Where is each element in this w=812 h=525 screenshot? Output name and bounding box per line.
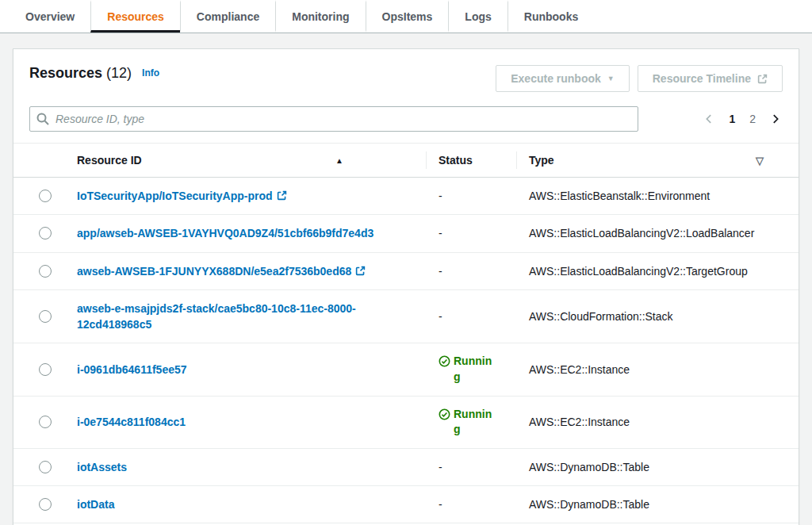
resource-link[interactable]: awseb-e-msajpjds2f-stack/cae5bc80-10c8-1…	[77, 301, 410, 333]
resource-id-header-label: Resource ID	[77, 154, 142, 167]
status-value: -	[439, 310, 442, 323]
row-radio[interactable]	[39, 310, 52, 323]
status-badge: Running	[439, 407, 511, 438]
tab-opsitems[interactable]: OpsItems	[366, 0, 449, 33]
type-value: AWS::ElasticLoadBalancingV2::TargetGroup	[529, 265, 748, 278]
table-row: iotAssets - AWS::DynamoDB::Table	[13, 449, 799, 486]
type-value: AWS::EC2::Instance	[529, 416, 630, 428]
tab-compliance[interactable]: Compliance	[180, 0, 275, 33]
next-page-button[interactable]	[768, 112, 783, 126]
type-header-label: Type	[529, 154, 554, 167]
resource-id-text: awseb-e-msajpjds2f-stack/cae5bc80-10c8-1…	[77, 301, 410, 333]
main-content: Resources (12) Info Execute runbook ▼ Re…	[0, 33, 812, 525]
tab-logs[interactable]: Logs	[448, 0, 507, 33]
resource-link[interactable]: i-0e7544c811f084cc1	[77, 414, 186, 430]
page-title: Resources (12) Info	[29, 65, 159, 82]
panel-header: Resources (12) Info Execute runbook ▼ Re…	[13, 49, 799, 100]
type-value: AWS::EC2::Instance	[529, 363, 630, 376]
status-value: -	[439, 498, 442, 511]
resource-timeline-button[interactable]: Resource Timeline	[638, 65, 783, 92]
page-2-button[interactable]: 2	[748, 111, 757, 127]
status-value: -	[439, 461, 442, 473]
external-link-icon	[277, 188, 287, 204]
pagination: 1 2	[702, 111, 783, 127]
resource-link[interactable]: iotData	[77, 496, 114, 512]
type-value: AWS::ElasticLoadBalancingV2::LoadBalance…	[529, 227, 754, 240]
resource-link[interactable]: iotAssets	[77, 459, 127, 475]
row-radio[interactable]	[39, 461, 52, 473]
selection-column-header	[13, 150, 77, 171]
page-1-button[interactable]: 1	[727, 111, 737, 127]
panel-actions: Execute runbook ▼ Resource Timeline	[496, 65, 783, 92]
table-row: app/awseb-AWSEB-1VAYHVQ0AD9Z4/51cbf66b9f…	[13, 215, 799, 252]
info-link[interactable]: Info	[142, 67, 159, 79]
check-circle-icon	[439, 407, 450, 423]
panel-title-text: Resources	[29, 65, 102, 81]
tab-resources[interactable]: Resources	[90, 0, 180, 33]
resource-id-text: app/awseb-AWSEB-1VAYHVQ0AD9Z4/51cbf66b9f…	[77, 225, 373, 241]
tab-runbooks[interactable]: Runbooks	[508, 0, 594, 33]
caret-down-icon: ▼	[607, 75, 615, 82]
status-badge: Running	[439, 354, 511, 385]
status-value: -	[439, 265, 442, 278]
table-row: iotData - AWS::DynamoDB::Table	[13, 486, 799, 523]
row-radio[interactable]	[39, 190, 52, 202]
status-value: Running	[454, 407, 493, 438]
row-radio[interactable]	[39, 363, 52, 376]
external-link-icon	[757, 74, 768, 84]
sort-ascending-icon[interactable]: ▲	[335, 156, 343, 165]
resources-panel: Resources (12) Info Execute runbook ▼ Re…	[13, 48, 799, 525]
sort-icon[interactable]: ▽	[756, 155, 764, 167]
resource-id-text: IoTSecurityApp/IoTSecurityApp-prod	[77, 188, 273, 204]
resource-id-text: iotData	[77, 496, 114, 512]
tab-overview[interactable]: Overview	[10, 0, 90, 33]
row-radio[interactable]	[39, 498, 52, 511]
column-header-resource-id[interactable]: Resource ID ▲	[77, 144, 426, 177]
table-toolbar: 1 2	[13, 100, 799, 143]
resource-id-text: awseb-AWSEB-1FJUNYYX688DN/e5ea2f7536b0ed…	[77, 263, 351, 279]
row-radio[interactable]	[39, 416, 52, 428]
resource-link[interactable]: awseb-AWSEB-1FJUNYYX688DN/e5ea2f7536b0ed…	[77, 263, 366, 279]
table-header-row: Resource ID ▲ Status Type ▽	[13, 143, 799, 178]
type-value: AWS::DynamoDB::Table	[529, 498, 649, 511]
table-row: awseb-AWSEB-1FJUNYYX688DN/e5ea2f7536b0ed…	[13, 253, 799, 290]
type-value: AWS::ElasticBeanstalk::Environment	[529, 190, 710, 202]
type-value: AWS::CloudFormation::Stack	[529, 310, 673, 323]
resources-table: Resource ID ▲ Status Type ▽ IoTSecurityA…	[13, 143, 799, 525]
row-radio[interactable]	[39, 265, 52, 278]
table-row: awseb-e-msajpjds2f-stack/cae5bc80-10c8-1…	[13, 290, 799, 344]
resource-link[interactable]: app/awseb-AWSEB-1VAYHVQ0AD9Z4/51cbf66b9f…	[77, 225, 373, 241]
tab-bar: Overview Resources Compliance Monitoring…	[0, 0, 812, 33]
row-radio[interactable]	[39, 227, 52, 240]
status-value: Running	[454, 354, 493, 385]
check-circle-icon	[439, 354, 450, 370]
table-row: IoTSecurityApp/IoTSecurityApp-prod - AWS…	[13, 178, 799, 215]
type-value: AWS::DynamoDB::Table	[529, 461, 649, 473]
column-header-type[interactable]: Type ▽	[516, 144, 799, 177]
search-input[interactable]	[29, 106, 638, 132]
previous-page-button[interactable]	[702, 112, 716, 126]
status-value: -	[439, 227, 442, 240]
external-link-icon	[355, 263, 366, 279]
resource-link[interactable]: IoTSecurityApp/IoTSecurityApp-prod	[77, 188, 287, 204]
resource-id-text: iotAssets	[77, 459, 127, 475]
resource-id-text: i-0e7544c811f084cc1	[77, 414, 186, 430]
execute-runbook-label: Execute runbook	[511, 72, 601, 85]
tab-monitoring[interactable]: Monitoring	[275, 0, 365, 33]
table-row: i-0e7544c811f084cc1 Running AW	[13, 397, 799, 449]
status-header-label: Status	[439, 154, 473, 167]
status-value: -	[439, 190, 442, 202]
resource-timeline-label: Resource Timeline	[653, 72, 751, 85]
resource-link[interactable]: i-0961db64611f5ee57	[77, 362, 187, 377]
column-header-status[interactable]: Status	[426, 144, 516, 177]
resource-id-text: i-0961db64611f5ee57	[77, 362, 187, 377]
table-row: i-0961db64611f5ee57 Running AW	[13, 343, 799, 396]
execute-runbook-button[interactable]: Execute runbook ▼	[496, 65, 630, 92]
resource-count: (12)	[106, 65, 132, 81]
search-box	[29, 106, 638, 132]
